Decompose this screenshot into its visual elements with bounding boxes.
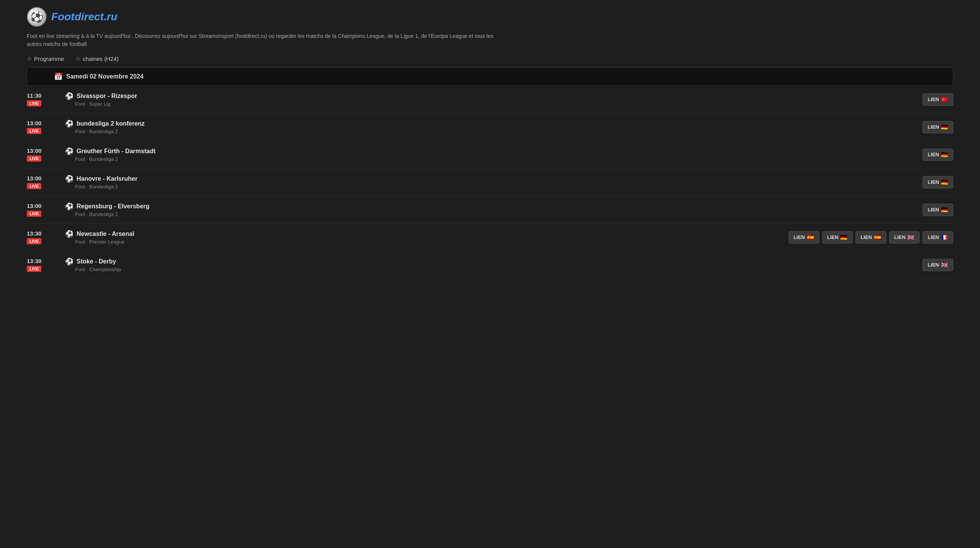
match-league: Foot · Premier League <box>65 239 789 245</box>
match-links: LIEN 🇹🇷 <box>923 93 953 106</box>
match-links: LIEN 🇩🇪 <box>923 149 953 161</box>
match-info: ⚽Newcastle - ArsenalFoot · Premier Leagu… <box>61 230 789 245</box>
lien-button[interactable]: LIEN 🇬🇧 <box>923 259 953 271</box>
match-teams: ⚽Greuther Fürth - Darmstadt <box>65 147 923 155</box>
live-badge: LIVE <box>27 100 41 106</box>
match-time-block: 13:00LIVE <box>27 203 61 217</box>
lien-button[interactable]: LIEN 🇩🇪 <box>923 149 953 161</box>
lien-button[interactable]: LIEN 🇫🇷 <box>923 231 953 244</box>
match-time: 13:30 <box>27 258 41 264</box>
match-links: LIEN 🇬🇧 <box>923 259 953 271</box>
nav-programme[interactable]: ☆ Programme <box>27 55 64 62</box>
match-row: 13:30LIVE⚽Newcastle - ArsenalFoot · Prem… <box>27 224 953 251</box>
lien-button[interactable]: LIEN 🇩🇪 <box>923 204 953 216</box>
match-league: Foot · Bundesliga 2 <box>65 184 923 190</box>
lien-button[interactable]: LIEN 🇩🇪 <box>923 176 953 188</box>
flag-icon: 🇩🇪 <box>941 179 948 186</box>
flag-icon: 🇹🇷 <box>941 96 948 103</box>
match-links: LIEN 🇪🇸LIEN 🇩🇪LIEN 🇪🇸LIEN 🇬🇧LIEN 🇫🇷 <box>789 231 953 244</box>
match-row: 13:00LIVE⚽Hanovre - KarlsruherFoot · Bun… <box>27 168 953 196</box>
chaines-label: chaines (H24) <box>83 56 118 62</box>
flag-icon: 🇩🇪 <box>941 124 948 131</box>
lien-label: LIEN <box>928 124 939 130</box>
lien-label: LIEN <box>861 234 872 240</box>
date-text: Samedi 02 Novembre 2024 <box>66 73 144 80</box>
title-foot: Foot <box>51 11 75 23</box>
lien-button[interactable]: LIEN 🇪🇸 <box>856 231 886 244</box>
match-links: LIEN 🇩🇪 <box>923 121 953 133</box>
nav-chaines[interactable]: ☆ chaines (H24) <box>75 55 118 62</box>
flag-icon: 🇩🇪 <box>941 206 948 213</box>
soccer-ball-icon: ⚽ <box>65 230 74 238</box>
match-row: 13:00LIVE⚽bundesliga 2 konferenzFoot · B… <box>27 113 953 141</box>
flag-icon: 🇫🇷 <box>941 234 948 241</box>
flag-icon: 🇩🇪 <box>840 234 848 241</box>
match-time-block: 13:00LIVE <box>27 147 61 162</box>
title-direct: direct <box>75 11 104 23</box>
flag-icon: 🇪🇸 <box>874 234 881 241</box>
lien-label: LIEN <box>928 179 939 185</box>
lien-label: LIEN <box>928 207 939 213</box>
teams-text: bundesliga 2 konferenz <box>77 120 145 127</box>
live-badge: LIVE <box>27 266 41 272</box>
match-row: 13:00LIVE⚽Regensburg - ElversbergFoot · … <box>27 196 953 224</box>
match-row: 13:30LIVE⚽Stoke - DerbyFoot · Championsh… <box>27 251 953 279</box>
soccer-ball-icon: ⚽ <box>65 202 74 211</box>
lien-button[interactable]: LIEN 🇹🇷 <box>923 93 953 106</box>
flag-icon: 🇬🇧 <box>907 234 915 241</box>
match-time: 13:00 <box>27 203 41 209</box>
programme-label: Programme <box>34 56 64 62</box>
star-icon-chaines: ☆ <box>75 55 80 62</box>
lien-button[interactable]: LIEN 🇪🇸 <box>789 231 819 244</box>
live-badge: LIVE <box>27 238 41 244</box>
star-icon-programme: ☆ <box>27 55 32 62</box>
lien-label: LIEN <box>928 234 939 240</box>
match-time: 13:00 <box>27 120 41 126</box>
match-info: ⚽Stoke - DerbyFoot · Championship <box>61 257 923 272</box>
match-teams: ⚽Newcastle - Arsenal <box>65 230 789 238</box>
soccer-ball-icon: ⚽ <box>65 92 74 100</box>
lien-button[interactable]: LIEN 🇩🇪 <box>822 231 853 244</box>
match-info: ⚽Hanovre - KarlsruherFoot · Bundesliga 2 <box>61 175 923 190</box>
match-teams: ⚽Regensburg - Elversberg <box>65 202 923 211</box>
lien-button[interactable]: LIEN 🇩🇪 <box>923 121 953 133</box>
lien-button[interactable]: LIEN 🇬🇧 <box>889 231 920 244</box>
match-time: 11:30 <box>27 92 41 99</box>
match-teams: ⚽Hanovre - Karlsruher <box>65 175 923 183</box>
match-league: Foot · Championship <box>65 267 923 272</box>
lien-label: LIEN <box>928 262 939 268</box>
teams-text: Hanovre - Karlsruher <box>77 175 137 182</box>
match-info: ⚽Regensburg - ElversbergFoot · Bundeslig… <box>61 202 923 217</box>
teams-text: Regensburg - Elversberg <box>77 203 149 210</box>
match-league: Foot · Super Lig <box>65 101 923 107</box>
match-info: ⚽Greuther Fürth - DarmstadtFoot · Bundes… <box>61 147 923 162</box>
lien-label: LIEN <box>794 234 805 240</box>
teams-text: Stoke - Derby <box>77 258 116 265</box>
lien-label: LIEN <box>928 152 939 157</box>
match-teams: ⚽bundesliga 2 konferenz <box>65 119 923 128</box>
match-time-block: 13:30LIVE <box>27 258 61 272</box>
live-badge: LIVE <box>27 128 41 134</box>
calendar-icon: 📅 <box>54 72 62 81</box>
live-badge: LIVE <box>27 183 41 189</box>
flag-icon: 🇩🇪 <box>941 151 948 158</box>
match-list: 11:30LIVE⚽Sivasspor - RizesporFoot · Sup… <box>27 86 953 279</box>
date-bar: 📅 Samedi 02 Novembre 2024 <box>27 67 953 86</box>
soccer-ball-icon: ⚽ <box>65 175 74 183</box>
match-league: Foot · Bundesliga 2 <box>65 156 923 162</box>
live-badge: LIVE <box>27 155 41 162</box>
match-links: LIEN 🇩🇪 <box>923 176 953 188</box>
flag-icon: 🇪🇸 <box>807 234 814 241</box>
soccer-ball-icon: ⚽ <box>65 147 74 155</box>
match-teams: ⚽Sivasspor - Rizespor <box>65 92 923 100</box>
soccer-ball-icon: ⚽ <box>65 119 74 128</box>
header: ⚽ Footdirect.ru <box>0 0 980 31</box>
match-info: ⚽Sivasspor - RizesporFoot · Super Lig <box>61 92 923 107</box>
match-row: 13:00LIVE⚽Greuther Fürth - DarmstadtFoot… <box>27 141 953 168</box>
match-time: 13:30 <box>27 230 41 237</box>
match-league: Foot · Bundesliga 2 <box>65 129 923 134</box>
match-time: 13:00 <box>27 175 41 182</box>
match-time-block: 11:30LIVE <box>27 92 61 106</box>
site-title: Footdirect.ru <box>51 11 118 23</box>
match-row: 11:30LIVE⚽Sivasspor - RizesporFoot · Sup… <box>27 86 953 113</box>
